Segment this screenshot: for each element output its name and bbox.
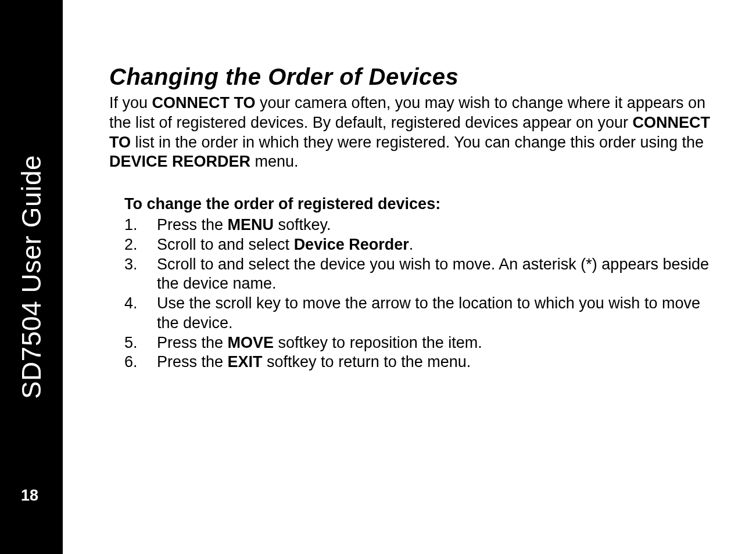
step-text: Use the scroll key to move the arrow to … — [157, 294, 700, 332]
list-item: 5. Press the MOVE softkey to reposition … — [124, 333, 712, 353]
content: Changing the Order of Devices If you CON… — [63, 0, 756, 554]
step-text: Press the — [157, 216, 228, 233]
intro-text: list in the order in which they were reg… — [131, 134, 704, 151]
step-text: Scroll to and select the device you wish… — [157, 256, 709, 293]
exit-softkey-label: EXIT — [228, 353, 263, 370]
step-number: 5. — [124, 333, 138, 353]
device-reorder-menu-label: Device Reorder — [294, 236, 409, 253]
intro-text: menu. — [250, 153, 299, 170]
list-item: 3. Scroll to and select the device you w… — [124, 255, 712, 294]
list-item: 2. Scroll to and select Device Reorder. — [124, 235, 712, 255]
steps-list: 1. Press the MENU softkey. 2. Scroll to … — [124, 215, 712, 372]
list-item: 4. Use the scroll key to move the arrow … — [124, 294, 712, 333]
step-number: 6. — [124, 352, 138, 372]
intro-paragraph: If you CONNECT TO your camera often, you… — [109, 93, 712, 172]
step-text: . — [409, 236, 414, 253]
connect-to-label: CONNECT TO — [152, 94, 256, 111]
instructions-section: To change the order of registered device… — [109, 195, 712, 372]
step-number: 1. — [124, 215, 138, 235]
list-item: 1. Press the MENU softkey. — [124, 215, 712, 235]
step-number: 3. — [124, 255, 138, 275]
list-item: 6. Press the EXIT softkey to return to t… — [124, 352, 712, 372]
step-number: 4. — [124, 294, 138, 314]
step-number: 2. — [124, 235, 138, 255]
step-text: Press the — [157, 334, 228, 351]
device-reorder-label: DEVICE REORDER — [109, 153, 250, 170]
sidebar: SD7504 User Guide 18 — [0, 0, 63, 554]
instructions-heading: To change the order of registered device… — [124, 195, 712, 213]
move-softkey-label: MOVE — [228, 334, 274, 351]
step-text: softkey. — [274, 216, 331, 233]
section-heading: Changing the Order of Devices — [109, 64, 712, 90]
document-title: SD7504 User Guide — [16, 155, 47, 399]
page: SD7504 User Guide 18 Changing the Order … — [0, 0, 756, 554]
menu-softkey-label: MENU — [228, 216, 274, 233]
intro-text: If you — [109, 94, 152, 111]
step-text: Press the — [157, 353, 228, 370]
step-text: softkey to return to the menu. — [263, 353, 471, 370]
step-text: Scroll to and select — [157, 236, 294, 253]
step-text: softkey to reposition the item. — [274, 334, 482, 351]
page-number: 18 — [21, 487, 38, 505]
